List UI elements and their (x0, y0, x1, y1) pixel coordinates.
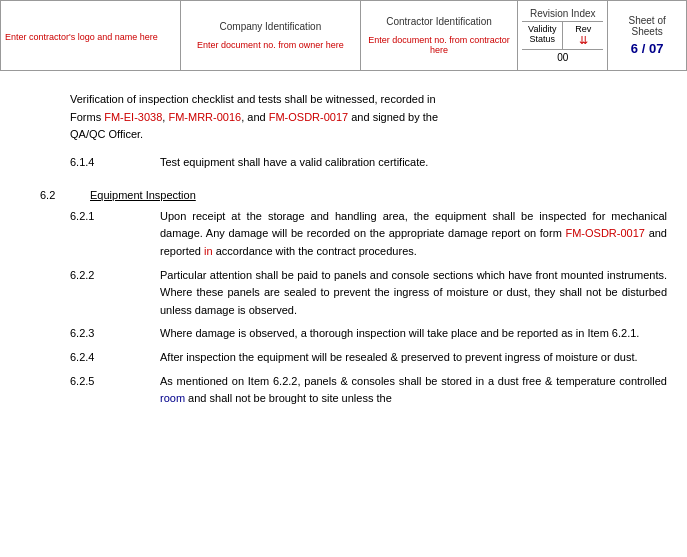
item-622-num: 6.2.2 (70, 267, 160, 320)
revision-index-label: Revision Index (522, 6, 603, 22)
item-622: 6.2.2 Particular attention shall be paid… (70, 267, 667, 320)
form3-ref: FM-OSDR-0017 (269, 111, 348, 123)
item-624-num: 6.2.4 (70, 349, 160, 367)
item-625-text-start: As mentioned on Item 6.2.2, panels & con… (160, 375, 667, 387)
item-621-form: FM-OSDR-0017 (565, 227, 644, 239)
item-622-text: Particular attention shall be paid to pa… (160, 267, 667, 320)
intro-line3: QA/QC Officer. (70, 128, 143, 140)
rev-cell: Rev ⇊ (563, 22, 603, 49)
revision-sub: Validity Status Rev ⇊ (522, 22, 603, 49)
item-624-text: After inspection the equipment will be r… (160, 349, 667, 367)
header-table: Enter contractor's logo and name here Co… (0, 0, 687, 71)
revision-index-cell: Revision Index Validity Status Rev ⇊ 00 (518, 1, 608, 71)
validity-cell: Validity Status (522, 22, 563, 49)
company-id-cell: Company Identification Enter document no… (180, 1, 360, 71)
item-621-text: Upon receipt at the storage and handling… (160, 208, 667, 261)
logo-cell: Enter contractor's logo and name here (1, 1, 181, 71)
item-623-text: Where damage is observed, a thorough ins… (160, 325, 667, 343)
rev-00-row: 00 (522, 49, 603, 65)
item-614-text: Test equipment shall have a valid calibr… (160, 154, 667, 172)
sheet-of-sheets-label: Sheet of Sheets (612, 15, 682, 37)
item-625-text-end: and shall not be brought to site unless … (185, 392, 392, 404)
item-614: 6.1.4 Test equipment shall have a valid … (70, 154, 667, 172)
item-623: 6.2.3 Where damage is observed, a thorou… (70, 325, 667, 343)
item-614-num: 6.1.4 (70, 154, 160, 172)
item-625-highlight: room (160, 392, 185, 404)
contractor-id-value: Enter document no. from contractor here (365, 35, 513, 55)
rev-icon: ⇊ (579, 34, 588, 46)
intro-line2-start: Forms (70, 111, 104, 123)
contractor-id-label: Contractor Identification (365, 16, 513, 27)
item-621-highlight: in (204, 245, 213, 257)
item-624: 6.2.4 After inspection the equipment wil… (70, 349, 667, 367)
rev-label: Rev (575, 24, 591, 34)
company-id-label: Company Identification (185, 21, 356, 32)
form2-ref: FM-MRR-0016 (168, 111, 241, 123)
content-area: Verification of inspection checklist and… (0, 71, 687, 424)
company-id-value: Enter document no. from owner here (185, 40, 356, 50)
item-621-num: 6.2.1 (70, 208, 160, 261)
intro-line1: Verification of inspection checklist and… (70, 93, 436, 105)
validity-label: Validity Status (528, 24, 556, 44)
item-621: 6.2.1 Upon receipt at the storage and ha… (70, 208, 667, 261)
intro-forms-line: Forms FM-EI-3038, FM-MRR-0016, and FM-OS… (70, 111, 438, 123)
sheet-of-sheets-cell: Sheet of Sheets 6 / 07 (608, 1, 687, 71)
intro-middle2: , and (241, 111, 269, 123)
item-623-num: 6.2.3 (70, 325, 160, 343)
sheet-value: 6 / 07 (612, 41, 682, 56)
section-62: 6.2 Equipment Inspection (40, 187, 667, 204)
rev-00-value: 00 (557, 52, 568, 63)
item-625-num: 6.2.5 (70, 373, 160, 408)
logo-text: Enter contractor's logo and name here (5, 32, 158, 42)
contractor-id-cell: Contractor Identification Enter document… (360, 1, 517, 71)
item-625-text: As mentioned on Item 6.2.2, panels & con… (160, 373, 667, 408)
item-625: 6.2.5 As mentioned on Item 6.2.2, panels… (70, 373, 667, 408)
section-62-num: 6.2 (40, 187, 90, 204)
item-621-text-end: accordance with the contract procedures. (213, 245, 417, 257)
intro-paragraph: Verification of inspection checklist and… (70, 91, 667, 144)
form1-ref: FM-EI-3038 (104, 111, 162, 123)
section-62-title: Equipment Inspection (90, 187, 196, 204)
intro-end: and signed by the (348, 111, 438, 123)
